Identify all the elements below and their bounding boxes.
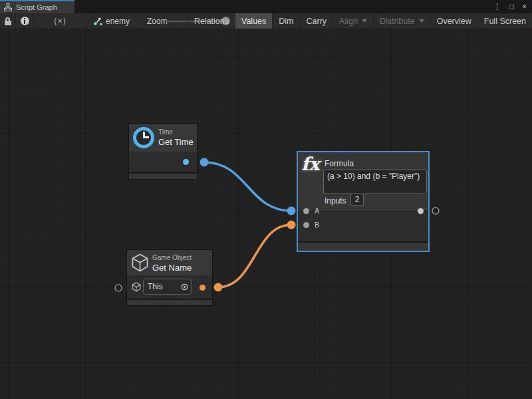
formula-expression-field[interactable]: (a > 10) and (b = "Player"): [323, 170, 427, 194]
getname-output-port[interactable]: [200, 285, 205, 291]
script-graph-window: Script Graph ⋮ □ × ⟨×⟩: [0, 0, 532, 399]
tab-script-graph[interactable]: Script Graph: [0, 0, 74, 13]
object-picker-button[interactable]: [178, 279, 191, 294]
connections-layer: [0, 29, 532, 399]
time-icon: [133, 127, 154, 148]
node-category: Game Object: [152, 254, 192, 261]
lock-button[interactable]: [0, 13, 16, 29]
node-footer: [298, 243, 428, 251]
zoom-label: Zoom: [147, 13, 168, 29]
graph-hierarchy-icon: [4, 3, 12, 11]
graph-toolbar: ⟨×⟩ enemy Zoom 1x Relations Values: [0, 13, 532, 29]
chevron-down-icon: [419, 19, 424, 23]
overview-button[interactable]: Overview: [430, 13, 477, 29]
gettime-output-port[interactable]: [183, 159, 189, 165]
node-get-name[interactable]: Game Object Get Name This: [126, 249, 213, 306]
tab-title: Script Graph: [16, 3, 57, 11]
target-object-field[interactable]: This: [143, 279, 192, 295]
info-icon: [21, 17, 29, 25]
formula-result-port[interactable]: [418, 208, 424, 214]
edge-endpoint[interactable]: [287, 207, 296, 215]
edge-endpoint[interactable]: [200, 158, 209, 167]
node-title: Formula: [325, 159, 354, 168]
window-menu-icon[interactable]: ⋮: [493, 0, 501, 13]
game-object-icon: [131, 253, 149, 272]
edge-endpoint[interactable]: [287, 221, 296, 229]
inputs-label: Inputs: [325, 196, 346, 205]
formula-input-a-port[interactable]: [303, 208, 309, 214]
node-footer: [127, 299, 212, 305]
code-view-icon: ⟨×⟩: [54, 17, 66, 26]
edge-gettime-to-formula-a[interactable]: [204, 162, 291, 211]
code-view-button[interactable]: ⟨×⟩: [34, 13, 87, 29]
node-footer: [129, 172, 197, 179]
node-category: Time: [158, 128, 173, 136]
target-object-value: This: [144, 282, 178, 291]
dim-button[interactable]: Dim: [272, 13, 299, 29]
formula-input-b-port[interactable]: [303, 222, 309, 228]
graph-reference[interactable]: enemy: [93, 13, 130, 29]
align-button[interactable]: Align: [332, 13, 373, 29]
lock-icon: [5, 17, 11, 25]
info-button[interactable]: [16, 13, 34, 29]
values-button[interactable]: Values: [235, 13, 272, 29]
title-bar: Script Graph ⋮ □ ×: [0, 0, 532, 13]
inputs-count-field[interactable]: 2: [350, 194, 364, 206]
node-title: Get Name: [152, 263, 192, 273]
graph-canvas[interactable]: Time Get Time fx Formula (a > 10) and (b…: [0, 29, 532, 399]
window-maximize-icon[interactable]: □: [509, 0, 514, 13]
getname-target-port-ring[interactable]: [115, 285, 122, 291]
carry-button[interactable]: Carry: [300, 13, 333, 29]
formula-fx-icon: fx: [301, 154, 320, 174]
object-picker-icon: [181, 283, 188, 291]
port-b-label: B: [315, 221, 319, 229]
chevron-down-icon: [362, 19, 367, 23]
node-formula[interactable]: fx Formula (a > 10) and (b = "Player") I…: [297, 151, 430, 252]
formula-result-port-ring[interactable]: [432, 207, 439, 214]
node-get-time[interactable]: Time Get Time: [128, 123, 198, 180]
game-object-mini-icon: [132, 282, 141, 292]
distribute-button[interactable]: Distribute: [373, 13, 430, 29]
edge-getname-to-formula-b[interactable]: [218, 225, 291, 287]
graph-name-label: enemy: [106, 17, 130, 26]
window-close-icon[interactable]: ×: [522, 0, 527, 13]
graph-asset-icon: [93, 17, 102, 26]
edge-endpoint[interactable]: [214, 283, 223, 292]
fullscreen-button[interactable]: Full Screen: [477, 13, 532, 29]
node-title: Get Time: [158, 137, 194, 147]
relations-button[interactable]: Relations: [188, 13, 235, 29]
port-a-label: A: [315, 207, 319, 215]
